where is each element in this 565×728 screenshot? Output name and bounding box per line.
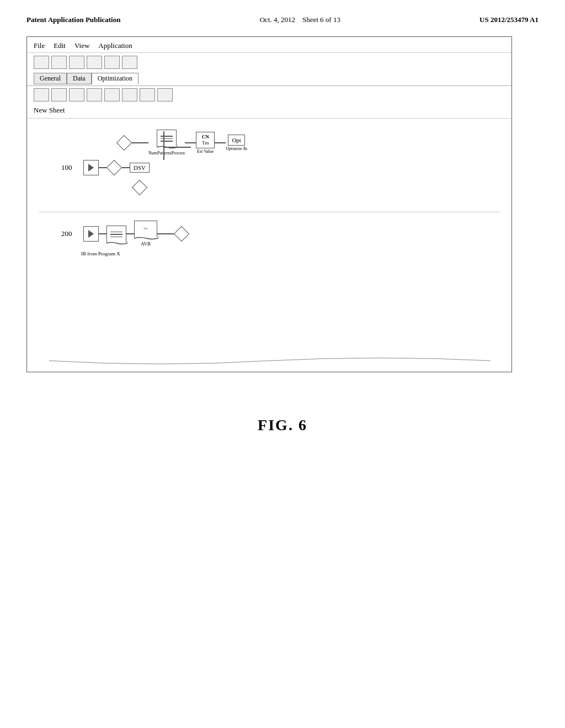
diamond-icon-4 <box>174 226 189 242</box>
cn-box-label: Est Value <box>197 149 214 154</box>
toolbar2-btn-7[interactable] <box>140 88 155 101</box>
cn-label: CN <box>202 134 209 140</box>
tab-optimization[interactable]: Optimization <box>92 73 138 84</box>
comp-play-1 <box>83 160 99 175</box>
menu-application[interactable]: Application <box>98 41 132 50</box>
line-1 <box>132 142 148 143</box>
comp-doc-1: NumPatternsProcess <box>148 130 185 156</box>
new-sheet-label: New Sheet <box>27 104 511 118</box>
line-8 <box>157 233 174 234</box>
menu-file[interactable]: File <box>34 41 45 50</box>
play-icon-1[interactable] <box>83 160 99 175</box>
comp-avb: ~ AVB <box>134 221 157 247</box>
publication-label: Patent Application Publication <box>26 15 120 24</box>
line-2 <box>185 142 196 143</box>
sheet-number: Sheet 6 of 13 <box>302 15 340 24</box>
toolbar2-btn-2[interactable] <box>51 88 67 101</box>
comp-diamond-4 <box>174 226 189 242</box>
avb-icon: ~ <box>134 221 157 237</box>
tab-bar: General Data Optimization <box>27 72 511 86</box>
line-7 <box>126 233 134 234</box>
dsv-box: DSV <box>130 163 150 173</box>
flow-bottom-diamond <box>132 180 499 195</box>
diamond-icon-2 <box>106 160 122 175</box>
comp-play-2 <box>83 226 99 242</box>
bottom-curve-svg <box>49 355 491 367</box>
date-sheet: Oct. 4, 2012 Sheet 6 of 13 <box>260 15 340 24</box>
toolbar2-btn-5[interactable] <box>104 88 120 101</box>
avb-label: AVB <box>141 241 151 247</box>
toolbar-row-1 <box>27 53 511 72</box>
avb-wave <box>134 237 158 240</box>
tab-general[interactable]: General <box>34 73 67 84</box>
flow-row-2: 200 <box>61 221 499 247</box>
toolbar-btn-1[interactable] <box>34 56 49 69</box>
doc-wave-2 <box>106 242 127 245</box>
toolbar2-btn-8[interactable] <box>157 88 173 101</box>
toolbar2-btn-3[interactable] <box>69 88 84 101</box>
play-icon-2[interactable] <box>83 226 99 242</box>
line-5 <box>122 167 130 168</box>
menu-bar: File Edit View Application <box>27 37 511 53</box>
comp-diamond-2 <box>106 160 122 175</box>
opt-label: Optimize $s <box>226 146 247 151</box>
bottom-decoration <box>49 355 489 366</box>
diamond-icon-1 <box>116 135 132 151</box>
toolbar2-btn-6[interactable] <box>122 88 137 101</box>
line-4 <box>99 167 106 168</box>
page-header: Patent Application Publication Oct. 4, 2… <box>0 0 565 31</box>
diamond-icon-3 <box>132 180 147 195</box>
row2-below-label: IR from Program X <box>81 251 499 256</box>
toolbar-btn-5[interactable] <box>104 56 120 69</box>
row-number-1: 100 <box>61 163 79 172</box>
toolbar-btn-2[interactable] <box>51 56 67 69</box>
doc-icon-1 <box>157 130 177 146</box>
toolbar-btn-4[interactable] <box>87 56 102 69</box>
main-content: File Edit View Application General Data … <box>0 31 565 383</box>
toolbar2-btn-4[interactable] <box>87 88 102 101</box>
flow-top-row: NumPatternsProcess CN Tm Est Value <box>61 130 499 156</box>
comp-opt: Opt Optimize $s <box>226 135 247 151</box>
figure-caption: FIG. 6 <box>0 416 565 434</box>
app-window: File Edit View Application General Data … <box>26 36 512 372</box>
horiz-line-to-diamond <box>163 147 191 148</box>
toolbar2-btn-1[interactable] <box>34 88 49 101</box>
vert-line-up <box>163 131 164 160</box>
doc-icon-2 <box>106 226 126 242</box>
patent-number: US 2012/253479 A1 <box>479 15 539 24</box>
opt-button[interactable]: Opt <box>228 135 245 146</box>
comp-cn-box: CN Tm Est Value <box>196 132 215 154</box>
comp-diamond-3 <box>132 180 147 195</box>
tab-data[interactable]: Data <box>67 73 92 84</box>
cn-tm-icon: CN Tm <box>196 132 215 148</box>
row-number-2: 200 <box>61 229 79 238</box>
toolbar-btn-3[interactable] <box>69 56 84 69</box>
line-3 <box>215 142 226 143</box>
tm-label: Tm <box>202 140 209 146</box>
line-6 <box>99 233 106 234</box>
menu-view[interactable]: View <box>74 41 89 50</box>
doc-1-label: NumPatternsProcess <box>148 151 185 156</box>
diagram-area: NumPatternsProcess CN Tm Est Value <box>27 118 511 372</box>
menu-edit[interactable]: Edit <box>54 41 66 50</box>
toolbar-row-2 <box>27 86 511 104</box>
toolbar-btn-6[interactable] <box>122 56 137 69</box>
diagram-row-1: NumPatternsProcess CN Tm Est Value <box>34 124 505 212</box>
comp-doc-2 <box>106 226 126 242</box>
diagram-row-2: 200 <box>34 212 505 267</box>
flow-main-row: 100 DSV <box>61 160 499 175</box>
comp-dsv: DSV <box>130 163 150 173</box>
comp-diamond-1 <box>116 135 132 151</box>
date: Oct. 4, 2012 <box>260 15 295 24</box>
